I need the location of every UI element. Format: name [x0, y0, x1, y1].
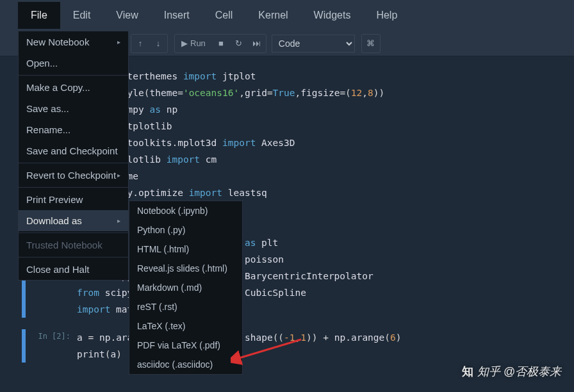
file-menu-item[interactable]: Close and Halt	[19, 259, 128, 280]
file-menu-item[interactable]: New Notebook▸	[19, 31, 128, 53]
menu-view[interactable]: View	[103, 2, 151, 29]
download-as-item[interactable]: asciidoc (.asciidoc)	[129, 355, 242, 374]
zhihu-logo-icon: 知	[462, 364, 473, 379]
submenu-caret-icon: ▸	[117, 217, 120, 224]
file-dropdown: New Notebook▸Open...Make a Copy...Save a…	[18, 31, 129, 281]
menu-edit[interactable]: Edit	[60, 2, 104, 29]
restart-button[interactable]: ↻	[230, 35, 248, 53]
move-down-button[interactable]: ↓	[149, 35, 167, 53]
menu-widgets[interactable]: Widgets	[301, 2, 364, 29]
download-as-item[interactable]: LaTeX (.tex)	[129, 316, 242, 336]
menubar: File Edit View Insert Cell Kernel Widget…	[0, 0, 574, 31]
file-menu-item[interactable]: Revert to Checkpoint▸	[19, 165, 128, 186]
celltype-select[interactable]: Code	[272, 35, 355, 53]
run-label: Run	[190, 38, 206, 48]
menu-kernel[interactable]: Kernel	[245, 2, 300, 29]
stop-button[interactable]: ■	[212, 35, 230, 53]
submenu-caret-icon: ▸	[117, 172, 120, 179]
file-menu-item[interactable]: Save and Checkpoint	[19, 140, 128, 161]
download-as-item[interactable]: PDF via LaTeX (.pdf)	[129, 336, 242, 355]
menu-help[interactable]: Help	[363, 2, 410, 29]
download-as-item[interactable]: Reveal.js slides (.html)	[129, 259, 242, 278]
download-as-item[interactable]: Markdown (.md)	[129, 278, 242, 297]
file-menu-item[interactable]: Save as...	[19, 98, 128, 119]
download-as-item[interactable]: HTML (.html)	[129, 240, 242, 259]
menu-file[interactable]: File	[18, 2, 60, 29]
menu-insert[interactable]: Insert	[151, 2, 202, 29]
file-menu-item[interactable]: Open...	[19, 53, 128, 74]
restart-run-button[interactable]: ⏭	[248, 35, 266, 53]
submenu-caret-icon: ▸	[117, 38, 120, 45]
code-cell[interactable]: In [2]: a = np.arange(start=0, end=np.sh…	[22, 329, 574, 363]
file-menu-item[interactable]: Rename...	[19, 119, 128, 140]
watermark: 知 知乎 @否极泰来	[462, 364, 561, 379]
download-as-submenu: Notebook (.ipynb)Python (.py)HTML (.html…	[129, 200, 243, 375]
command-palette-button[interactable]: ⌘	[362, 35, 380, 53]
download-as-item[interactable]: Python (.py)	[129, 220, 242, 240]
run-button[interactable]: ▶ Run	[175, 35, 212, 53]
cell-indicator	[22, 329, 26, 363]
move-up-button[interactable]: ↑	[131, 35, 149, 53]
download-as-item[interactable]: Notebook (.ipynb)	[129, 201, 242, 220]
cell-prompt: In [2]:	[31, 329, 77, 363]
download-as-item[interactable]: reST (.rst)	[129, 297, 242, 316]
file-menu-item[interactable]: Print Preview	[19, 189, 128, 210]
file-menu-item[interactable]: Download as▸	[19, 210, 128, 231]
file-menu-item[interactable]: Make a Copy...	[19, 77, 128, 98]
menu-cell[interactable]: Cell	[202, 2, 246, 29]
file-menu-item: Trusted Notebook	[19, 234, 128, 256]
